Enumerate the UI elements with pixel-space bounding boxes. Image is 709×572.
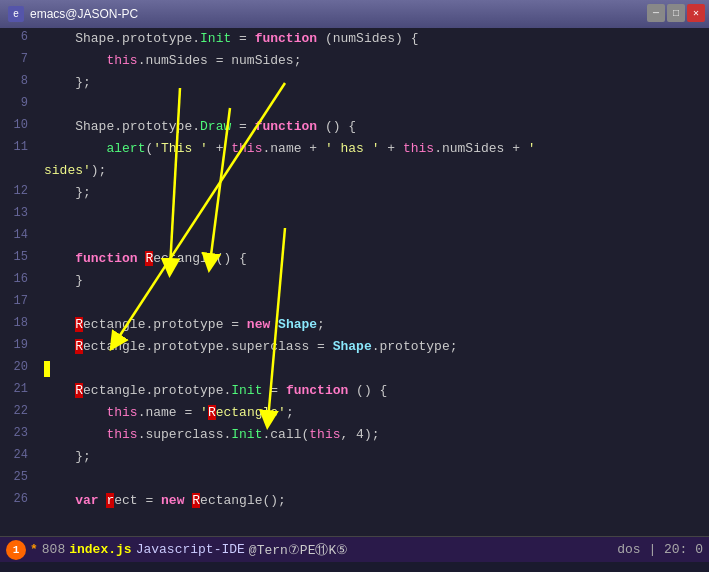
code-line-11: 11 alert('This ' + this.name + ' has ' +… [0, 138, 709, 160]
line-number: 10 [0, 116, 36, 132]
code-line-13: 13 [0, 204, 709, 226]
title-bar: e emacs@JASON-PC ─ □ ✕ [0, 0, 709, 28]
line-content [36, 358, 709, 380]
line-content: var rect = new Rectangle(); [36, 490, 709, 512]
line-content: Shape.prototype.Init = function (numSide… [36, 28, 709, 50]
code-line-12: 12 }; [0, 182, 709, 204]
code-line-17: 17 [0, 292, 709, 314]
line-number: 11 [0, 138, 36, 154]
line-number: 7 [0, 50, 36, 66]
code-line-15: 15 function Rectangle() { [0, 248, 709, 270]
line-number: 21 [0, 380, 36, 396]
code-line-24: 24 }; [0, 446, 709, 468]
code-line-20: 20 [0, 358, 709, 380]
maximize-button[interactable]: □ [667, 4, 685, 22]
line-number: 24 [0, 446, 36, 462]
line-number: 20 [0, 358, 36, 374]
window-controls: ─ □ ✕ [647, 4, 705, 22]
code-line-26: 26 var rect = new Rectangle(); [0, 490, 709, 512]
line-content: } [36, 270, 709, 292]
modified-indicator: * [30, 542, 38, 557]
status-circle: 1 [6, 540, 26, 560]
line-number: 22 [0, 402, 36, 418]
code-editor[interactable]: 6 Shape.prototype.Init = function (numSi… [0, 28, 709, 536]
code-line-6: 6 Shape.prototype.Init = function (numSi… [0, 28, 709, 50]
code-line-10: 10 Shape.prototype.Draw = function () { [0, 116, 709, 138]
line-number: 18 [0, 314, 36, 330]
close-button[interactable]: ✕ [687, 4, 705, 22]
code-line-22: 22 this.name = 'Rectangle'; [0, 402, 709, 424]
line-content: Rectangle.prototype.Init = function () { [36, 380, 709, 402]
app-icon: e [8, 6, 24, 22]
minimize-button[interactable]: ─ [647, 4, 665, 22]
position-info: dos | 20: 0 [617, 542, 703, 557]
line-number: 15 [0, 248, 36, 264]
line-number: 13 [0, 204, 36, 220]
major-mode: Javascript-IDE [136, 542, 245, 557]
line-content: Rectangle.prototype = new Shape; [36, 314, 709, 336]
code-line-25: 25 [0, 468, 709, 490]
line-content: this.superclass.Init.call(this, 4); [36, 424, 709, 446]
code-line-7: 7 this.numSides = numSides; [0, 50, 709, 72]
tern-status: @Tern⑦PE⑪K⑤ [249, 541, 348, 559]
line-number: 9 [0, 94, 36, 110]
buffer-number: 808 [42, 542, 65, 557]
code-line-19: 19 Rectangle.prototype.superclass = Shap… [0, 336, 709, 358]
line-number: 25 [0, 468, 36, 484]
line-content [36, 204, 709, 208]
line-content: Rectangle.prototype.superclass = Shape.p… [36, 336, 709, 358]
line-content: this.name = 'Rectangle'; [36, 402, 709, 424]
code-line-9: 9 [0, 94, 709, 116]
status-bar: 1 * 808 index.js Javascript-IDE @Tern⑦PE… [0, 536, 709, 562]
code-line-14: 14 [0, 226, 709, 248]
line-number: 6 [0, 28, 36, 44]
filename: index.js [69, 542, 131, 557]
line-content: this.numSides = numSides; [36, 50, 709, 72]
line-content: }; [36, 72, 709, 94]
code-line-8: 8 }; [0, 72, 709, 94]
line-content: Shape.prototype.Draw = function () { [36, 116, 709, 138]
line-content: }; [36, 446, 709, 468]
line-content: }; [36, 182, 709, 204]
line-content: function Rectangle() { [36, 248, 709, 270]
code-line-23: 23 this.superclass.Init.call(this, 4); [0, 424, 709, 446]
line-content: alert('This ' + this.name + ' has ' + th… [36, 138, 709, 160]
line-number: 23 [0, 424, 36, 440]
line-number: 12 [0, 182, 36, 198]
code-line-21: 21 Rectangle.prototype.Init = function (… [0, 380, 709, 402]
line-number: 14 [0, 226, 36, 242]
line-content [36, 292, 709, 296]
line-content: sides'); [36, 160, 709, 182]
line-number: 19 [0, 336, 36, 352]
code-line-16: 16 } [0, 270, 709, 292]
line-content [36, 94, 709, 98]
code-line-11-cont: sides'); [0, 160, 709, 182]
line-number: 17 [0, 292, 36, 308]
line-number [0, 160, 36, 162]
line-number: 26 [0, 490, 36, 506]
line-content [36, 226, 709, 230]
code-line-18: 18 Rectangle.prototype = new Shape; [0, 314, 709, 336]
line-number: 16 [0, 270, 36, 286]
window-title: emacs@JASON-PC [30, 7, 138, 21]
line-number: 8 [0, 72, 36, 88]
line-content [36, 468, 709, 472]
